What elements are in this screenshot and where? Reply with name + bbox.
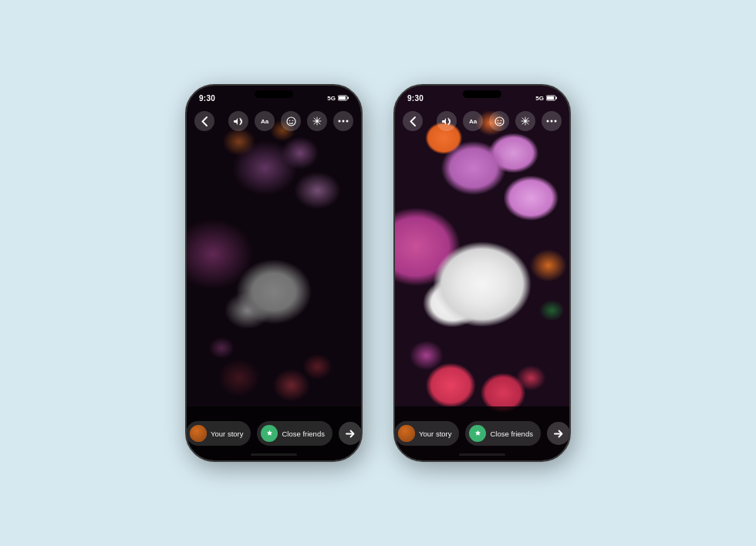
back-button-right[interactable] [403, 111, 423, 131]
sparkle-button-right[interactable] [515, 111, 535, 131]
svg-point-5 [292, 120, 293, 121]
status-time-left: 9:30 [199, 94, 215, 103]
close-friends-label-left: Close friends [282, 430, 324, 438]
battery-icon-right [546, 95, 557, 101]
audio-button-right[interactable] [437, 111, 457, 131]
your-story-label-right: Your story [419, 430, 451, 438]
svg-point-15 [500, 120, 501, 121]
close-friends-button-left[interactable]: Close friends [257, 421, 332, 446]
phone-screen-right: 9:30 5G [395, 86, 569, 460]
toolbar-right: Aa [395, 107, 569, 135]
phone-left: 9:30 5G [185, 84, 363, 462]
status-icons-left: 5G [327, 95, 349, 102]
svg-point-18 [551, 120, 553, 123]
close-friends-label-right: Close friends [490, 430, 532, 438]
close-friends-button-right[interactable]: Close friends [465, 421, 540, 446]
back-button-left[interactable] [194, 111, 214, 131]
svg-rect-12 [547, 96, 554, 99]
close-friends-icon-right [469, 425, 486, 442]
signal-icon-left: 5G [327, 95, 336, 102]
face-button-left[interactable] [281, 111, 301, 131]
your-story-button-left[interactable]: Your story [187, 421, 251, 446]
svg-point-4 [289, 120, 290, 121]
your-story-button-right[interactable]: Your story [395, 421, 459, 446]
status-icons-right: 5G [535, 95, 557, 102]
svg-point-16 [525, 120, 527, 123]
text-icon-right: Aa [469, 118, 477, 125]
story-avatar-right [398, 425, 415, 442]
story-avatar-left [190, 425, 207, 442]
svg-point-9 [346, 120, 349, 123]
send-button-right[interactable] [547, 422, 569, 445]
svg-point-8 [343, 120, 345, 123]
svg-rect-1 [348, 97, 349, 99]
svg-rect-11 [556, 97, 558, 99]
svg-point-6 [316, 120, 319, 123]
svg-point-13 [495, 117, 504, 126]
close-friends-icon-left [261, 425, 278, 442]
bottom-bar-right: Your story Close friends [395, 406, 569, 460]
sparkle-button-left[interactable] [307, 111, 327, 131]
svg-point-17 [547, 120, 549, 123]
text-icon-left: Aa [261, 118, 268, 125]
dynamic-island-left [255, 90, 293, 98]
svg-point-7 [339, 120, 341, 123]
svg-point-19 [555, 120, 557, 123]
send-button-left[interactable] [339, 422, 361, 445]
battery-icon-left [338, 95, 349, 101]
face-button-right[interactable] [489, 111, 509, 131]
svg-point-3 [287, 117, 295, 126]
your-story-label-left: Your story [211, 430, 243, 438]
text-button-right[interactable]: Aa [463, 111, 483, 131]
dynamic-island-right [463, 90, 501, 98]
svg-point-14 [497, 120, 498, 121]
toolbar-left: Aa [187, 107, 361, 135]
more-button-right[interactable] [542, 111, 562, 131]
phone-frame-right: 9:30 5G [393, 84, 571, 462]
flower-background-dark [187, 86, 361, 460]
svg-rect-2 [339, 96, 346, 99]
bottom-bar-left: Your story Close friends [187, 406, 361, 460]
more-button-left[interactable] [333, 111, 353, 131]
text-button-left[interactable]: Aa [255, 111, 275, 131]
signal-icon-right: 5G [535, 95, 544, 102]
phone-screen-left: 9:30 5G [187, 86, 361, 460]
flower-background-bright [395, 86, 569, 460]
phone-frame-left: 9:30 5G [185, 84, 363, 462]
audio-button-left[interactable] [228, 111, 248, 131]
phone-right: 9:30 5G [393, 84, 571, 462]
status-time-right: 9:30 [407, 94, 424, 103]
